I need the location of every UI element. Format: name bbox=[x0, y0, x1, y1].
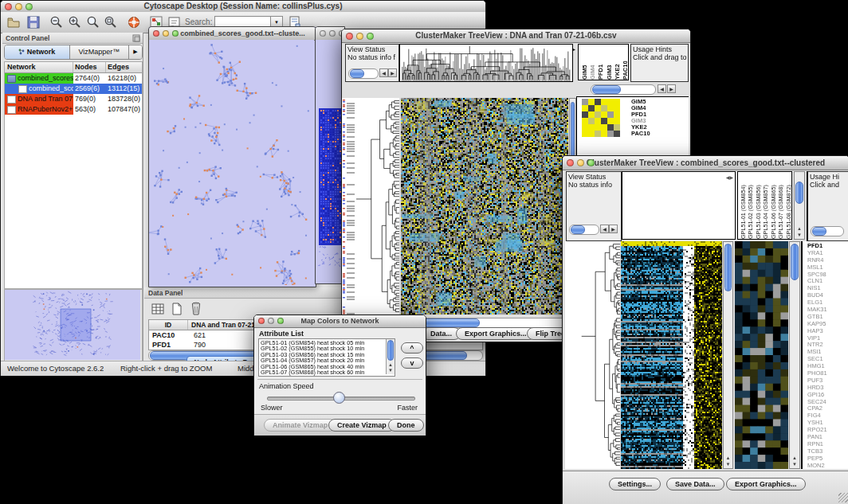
network-view-titlebar[interactable]: combined_scores_good.txt--cluste... bbox=[149, 27, 316, 41]
help-ring-icon[interactable] bbox=[127, 15, 141, 29]
mini-heatmap-cell[interactable] bbox=[614, 111, 620, 118]
tv2-hints-scrollbar[interactable] bbox=[811, 226, 844, 236]
mini-heatmap-cell[interactable] bbox=[614, 105, 620, 111]
attribute-list-scrollbar[interactable]: ▲ ▼ bbox=[386, 339, 395, 374]
close-icon[interactable] bbox=[567, 159, 574, 166]
mini-heatmap-cell[interactable] bbox=[614, 99, 620, 105]
tv1-column-dendrogram[interactable] bbox=[399, 44, 573, 82]
zoom-window-icon[interactable] bbox=[367, 33, 374, 40]
tv1-status-left-arrow[interactable]: ◀ bbox=[379, 68, 388, 77]
tv2-column-dendrogram-area[interactable]: ◀▶ bbox=[622, 171, 736, 240]
mini-heatmap-cell[interactable] bbox=[595, 124, 601, 131]
tv2-button[interactable]: Settings... bbox=[609, 478, 661, 490]
tv1-detail-left-arrow[interactable]: ◀ bbox=[658, 84, 666, 93]
tv1-column-label[interactable]: YKE2 bbox=[614, 45, 620, 80]
attribute-select-icon[interactable] bbox=[151, 302, 165, 316]
mini-heatmap-cell[interactable] bbox=[614, 131, 620, 137]
move-down-button[interactable]: v bbox=[401, 357, 423, 369]
zoom-in-icon[interactable] bbox=[68, 15, 82, 29]
scroll-up-arrow[interactable]: ▲ bbox=[795, 226, 804, 232]
mini-heatmap-cell[interactable] bbox=[588, 118, 595, 124]
scroll-down-arrow[interactable]: ▼ bbox=[795, 232, 804, 238]
mini-heatmap-cell[interactable] bbox=[607, 111, 614, 118]
network-view-2-titlebar[interactable] bbox=[316, 27, 344, 41]
tv1-column-label[interactable]: GIM5 bbox=[581, 45, 587, 80]
mini-heatmap-cell[interactable] bbox=[588, 99, 595, 105]
attribute-list-scroll-thumb[interactable] bbox=[387, 340, 394, 361]
mini-heatmap-cell[interactable] bbox=[614, 124, 620, 131]
dialog-button[interactable]: Done bbox=[388, 419, 424, 432]
mini-heatmap-cell[interactable] bbox=[582, 118, 588, 124]
tv2-main-vscrollbar[interactable]: ▲ ▼ bbox=[723, 241, 733, 469]
close-icon[interactable] bbox=[153, 30, 159, 37]
zoom-window-icon[interactable] bbox=[172, 30, 179, 37]
scroll-down-arrow[interactable]: ▼ bbox=[387, 368, 395, 373]
mini-heatmap-cell[interactable] bbox=[588, 105, 595, 111]
treeview1-titlebar[interactable]: ClusterMaker TreeView : DNA and Tran 07-… bbox=[342, 29, 690, 43]
tv1-column-label[interactable]: GIM3 bbox=[606, 45, 612, 80]
tv2-row-dendrogram[interactable] bbox=[565, 241, 620, 469]
scroll-up-arrow[interactable]: ▲ bbox=[387, 362, 395, 368]
tv1-status-right-arrow[interactable]: ▶ bbox=[388, 68, 397, 77]
mini-heatmap-cell[interactable] bbox=[582, 105, 588, 111]
tv1-column-label[interactable]: GIM4 bbox=[589, 45, 595, 80]
tv2-top-vscrollbar[interactable]: ▲ ▼ bbox=[794, 171, 805, 240]
tv1-detail-scroll-thumb[interactable] bbox=[592, 85, 621, 94]
tv2-main-vscroll-thumb[interactable] bbox=[724, 244, 732, 291]
tab-overflow-button[interactable]: ▶ bbox=[129, 45, 142, 59]
mini-heatmap-cell[interactable] bbox=[601, 99, 607, 105]
mini-heatmap-cell[interactable] bbox=[595, 131, 601, 137]
zoom-window-icon[interactable] bbox=[277, 318, 284, 324]
float-panel-icon[interactable] bbox=[132, 34, 140, 42]
slider-thumb[interactable] bbox=[333, 392, 345, 404]
treeview2-titlebar[interactable]: ClusterMaker TreeView : combined_scores_… bbox=[563, 156, 848, 170]
tv2-column-label[interactable]: GPL51-07 (GSM868) bbox=[777, 172, 783, 239]
mini-heatmap-cell[interactable] bbox=[601, 124, 607, 131]
mini-heatmap-cell[interactable] bbox=[595, 105, 601, 111]
tv2-column-label[interactable]: GPL51-04 (GSM857) bbox=[762, 172, 768, 239]
tv1-status-scrollbar[interactable] bbox=[348, 68, 379, 79]
scroll-down-arrow[interactable]: ▼ bbox=[790, 462, 799, 467]
network-2-canvas[interactable] bbox=[316, 40, 343, 282]
scroll-down-arrow[interactable]: ▼ bbox=[724, 462, 732, 467]
tv2-button[interactable]: Export Graphics... bbox=[726, 478, 806, 490]
tv2-status-left-arrow[interactable]: ◀ bbox=[600, 225, 609, 233]
close-icon[interactable] bbox=[258, 318, 265, 324]
tab-network[interactable]: Network bbox=[5, 45, 70, 59]
minimize-icon[interactable] bbox=[163, 30, 169, 37]
attribute-item[interactable]: GPL51-07 (GSM868) heat shock 60 min bbox=[261, 369, 395, 375]
tv2-column-label[interactable]: GPL51-02 (GSM855) bbox=[747, 172, 753, 239]
mini-heatmap-cell[interactable] bbox=[582, 131, 588, 137]
zoom-fit-icon[interactable] bbox=[86, 15, 100, 29]
mini-heatmap-cell[interactable] bbox=[607, 118, 614, 124]
main-titlebar[interactable]: Cytoscape Desktop (Session Name: collins… bbox=[1, 1, 485, 13]
tv2-column-label[interactable]: GPL51-03 (GSM856) bbox=[755, 172, 761, 239]
mini-heatmap-cell[interactable] bbox=[601, 111, 607, 118]
mini-heatmap-cell[interactable] bbox=[607, 131, 614, 137]
mini-heatmap-cell[interactable] bbox=[601, 118, 607, 124]
network-overview-panel[interactable] bbox=[4, 289, 143, 362]
minimize-icon[interactable] bbox=[329, 30, 336, 37]
close-icon[interactable] bbox=[346, 33, 353, 40]
move-up-button[interactable]: ^ bbox=[401, 342, 423, 354]
open-folder-icon[interactable] bbox=[6, 15, 21, 29]
tv2-column-label[interactable]: GPL51-06 (GSM865) bbox=[770, 172, 776, 239]
scroll-up-arrow[interactable]: ▲ bbox=[790, 455, 799, 461]
scroll-up-arrow[interactable]: ▲ bbox=[724, 455, 732, 461]
network-row[interactable]: DNA and Tran 07 769(0) 183728(0) bbox=[5, 94, 142, 104]
network-row[interactable]: combined_sco 2569(6) 13112(15) bbox=[5, 84, 142, 94]
close-icon[interactable] bbox=[320, 30, 326, 37]
tv1-button[interactable]: Export Graphics... bbox=[456, 327, 536, 340]
minimize-icon[interactable] bbox=[15, 3, 22, 10]
tv2-status-right-arrow[interactable]: ▶ bbox=[609, 225, 618, 233]
mini-heatmap-cell[interactable] bbox=[588, 131, 595, 137]
tv1-status-scroll-thumb[interactable] bbox=[350, 69, 364, 78]
tv1-mini-heatmap[interactable] bbox=[582, 99, 620, 137]
network-row[interactable]: RNAPuberNov2+I 563(0) 107847(0) bbox=[5, 104, 142, 115]
tv2-top-vscroll-thumb[interactable] bbox=[795, 182, 803, 204]
tv2-detail-vscrollbar[interactable]: ▲ ▼ bbox=[789, 241, 800, 469]
dialog-titlebar[interactable]: Map Colors to Network bbox=[254, 315, 426, 328]
mini-heatmap-cell[interactable] bbox=[614, 118, 620, 124]
tab-vizmapper[interactable]: VizMapper™ bbox=[70, 45, 129, 59]
tv1-detail-right-arrow[interactable]: ▶ bbox=[667, 84, 676, 93]
